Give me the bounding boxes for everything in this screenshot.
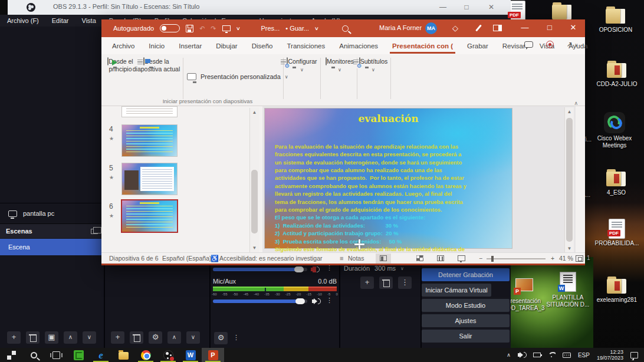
obs-close-button[interactable]: ✕	[482, 2, 500, 12]
ribbon-tab[interactable]: Grabar	[467, 42, 488, 50]
action-center-icon[interactable]	[630, 352, 638, 358]
taskbar-app-button[interactable]: W	[179, 348, 202, 362]
accessibility-status[interactable]: Accesibilidad: es necesario investigar	[219, 255, 323, 262]
scene-list-item[interactable]: Escena	[0, 239, 104, 255]
obs-control-button[interactable]: Modo Estudio	[422, 299, 510, 312]
normal-view-button[interactable]	[376, 254, 391, 264]
mic-menu-icon[interactable]: ⋮	[326, 297, 333, 304]
desktop-icon[interactable]: 4_ESO	[591, 167, 642, 196]
autosave-toggle[interactable]	[160, 24, 180, 32]
move-source-down-button[interactable]: ∨	[186, 331, 200, 344]
ribbon-tab[interactable]: Dibujar	[216, 42, 237, 50]
custom-slideshow-button[interactable]: Presentación personalizada∨	[187, 73, 288, 80]
mixer-settings-button[interactable]: ⚙	[214, 332, 228, 344]
slide-thumbnail[interactable]	[122, 125, 177, 156]
slide-6[interactable]: evaluación Para la evaluación de la situ…	[265, 108, 512, 248]
ppt-maximize-button[interactable]: □	[538, 19, 561, 37]
ribbon-tab[interactable]: Archivo	[112, 42, 134, 50]
source-item-pantalla-pc[interactable]: pantalla pc	[0, 205, 104, 222]
slide-3-thumbnail-partial[interactable]	[122, 107, 177, 117]
taskbar-app-button[interactable]	[157, 348, 179, 362]
ppt-close-button[interactable]: ✕	[561, 19, 585, 37]
obs-menu-item[interactable]: Archivo (F)	[7, 17, 39, 24]
zoom-out-icon[interactable]: −	[479, 255, 482, 262]
scenes-dock-header[interactable]: Escenas	[0, 223, 104, 238]
pen-icon[interactable]	[475, 25, 482, 32]
mic-speaker-icon[interactable]	[312, 298, 320, 305]
ppt-minimize-button[interactable]: —	[513, 19, 537, 37]
transition-menu-button[interactable]: ⋮	[398, 277, 412, 289]
scene-filters-button[interactable]: ▣	[45, 331, 58, 344]
obs-titlebar[interactable]: OBS 29.1.3 - Perfil: Sin Título - Escena…	[0, 0, 511, 15]
search-icon[interactable]	[342, 25, 349, 32]
start-slideshow-icon[interactable]	[222, 25, 231, 31]
battery-icon[interactable]	[533, 353, 541, 357]
title-dropdown-icon[interactable]: ∨	[314, 26, 319, 31]
slide-thumbnail[interactable]	[122, 200, 177, 232]
undo-icon[interactable]: ↶	[199, 25, 205, 32]
keyboard-icon[interactable]	[563, 353, 571, 358]
slide-sorter-view-button[interactable]	[412, 254, 428, 264]
subtitles-button[interactable]: ⚙ Subtítulos∨	[356, 58, 391, 74]
obs-maximize-button[interactable]: □	[458, 2, 475, 12]
add-source-button[interactable]: +	[111, 331, 124, 344]
taskbar-app-button[interactable]	[22, 348, 45, 362]
popout-icon[interactable]	[91, 229, 98, 234]
editor-scrollbar[interactable]: ▲ ▼	[564, 107, 574, 253]
zoom-level[interactable]: 41 %	[559, 255, 573, 262]
desktop-icon[interactable]: W PLANTILLA SITUACIÓN D...	[543, 272, 593, 308]
scroll-up-icon[interactable]: ▲	[565, 107, 574, 116]
mic-volume-slider[interactable]	[213, 300, 307, 303]
add-transition-button[interactable]: +	[360, 277, 374, 289]
taskbar-app-button[interactable]: P	[202, 348, 224, 362]
scroll-down-icon[interactable]: ▼	[250, 243, 259, 252]
obs-control-button[interactable]: Salir	[422, 330, 510, 343]
taskbar-app-button[interactable]	[112, 348, 134, 362]
desktop-icon[interactable]: CDD-A2-JULIO	[592, 59, 642, 88]
scroll-down-icon[interactable]: ▼	[565, 244, 574, 253]
taskbar-app-button[interactable]	[134, 348, 157, 362]
slide-thumbnail[interactable]	[122, 163, 177, 195]
redo-icon[interactable]: ↷	[211, 25, 216, 32]
save-icon[interactable]	[186, 25, 193, 32]
from-current-slide-button[interactable]: Desde ladiapositiva actual	[130, 58, 183, 73]
slideshow-view-button[interactable]	[454, 254, 469, 264]
panel-icon[interactable]	[493, 25, 502, 31]
taskbar-app-button[interactable]	[67, 348, 90, 362]
notes-toggle[interactable]: Notas	[348, 255, 364, 262]
desktop-icon[interactable]: OPOSICION	[590, 5, 641, 34]
mixer-menu-icon[interactable]: ⋮	[233, 334, 239, 341]
record-icon[interactable]	[546, 41, 554, 48]
reading-view-button[interactable]	[433, 254, 448, 264]
desktop-icon[interactable]: Cisco Webex Meetings	[589, 112, 640, 149]
diamond-icon[interactable]: ◇	[452, 24, 458, 32]
account-name[interactable]: Maria A Forner	[379, 24, 422, 31]
desktop-icon[interactable]: PDF PROBABILIDA...	[592, 219, 642, 247]
ribbon-tab[interactable]: Revisar	[502, 42, 525, 50]
remove-source-button[interactable]	[130, 331, 143, 344]
obs-menu-item[interactable]: Editar	[52, 17, 69, 24]
ppt-titlebar[interactable]: Autoguardado ↶ ↷ ∨ Pres... • Guar... ∨ M…	[101, 19, 585, 37]
remove-scene-button[interactable]	[26, 331, 40, 344]
move-scene-up-button[interactable]: ∧	[64, 331, 77, 344]
ribbon-tab[interactable]: Transiciones	[287, 42, 325, 50]
move-scene-down-button[interactable]: ∨	[83, 331, 96, 344]
ribbon-tab[interactable]: Presentación con (	[392, 42, 453, 50]
qat-customize-icon[interactable]: ∨	[235, 26, 240, 31]
obs-control-button[interactable]: Iniciar Cámara Virtual	[422, 284, 491, 297]
language-status[interactable]: Español (España)	[162, 255, 211, 262]
obs-menu-item[interactable]: Vista	[82, 17, 96, 24]
scroll-up-icon[interactable]: ▲	[250, 108, 259, 117]
zoom-slider[interactable]	[487, 258, 546, 259]
obs-control-button[interactable]: Ajustes	[422, 314, 510, 327]
wifi-icon[interactable]	[548, 352, 556, 358]
avatar[interactable]: MA	[425, 22, 437, 34]
fit-slide-icon[interactable]	[576, 255, 583, 262]
ribbon-tab[interactable]: Inicio	[149, 42, 165, 50]
slide-title[interactable]: evaluación	[265, 113, 512, 124]
remove-transition-button[interactable]	[379, 277, 393, 289]
ribbon-tab[interactable]: Insertar	[179, 42, 202, 50]
collapse-ribbon-icon[interactable]: ∧	[574, 100, 578, 106]
taskbar-app-button[interactable]	[45, 348, 67, 362]
ribbon-tab[interactable]: Animaciones	[339, 42, 378, 50]
